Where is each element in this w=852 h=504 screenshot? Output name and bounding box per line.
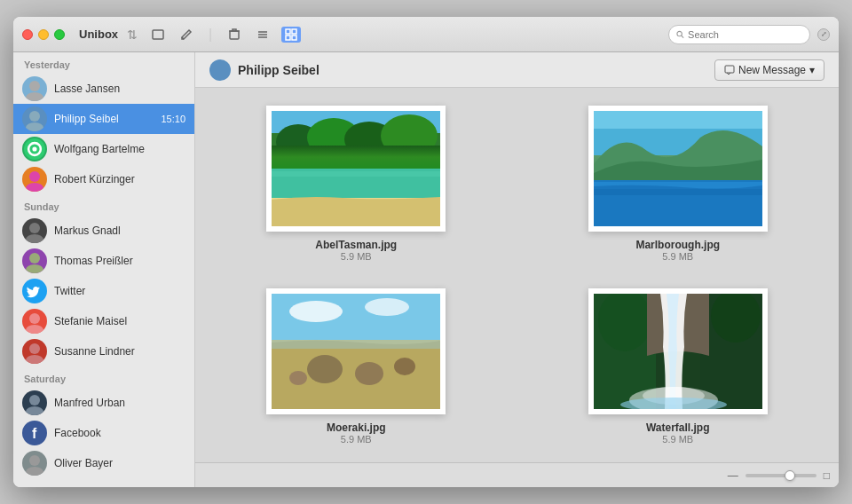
svg-point-28	[26, 355, 43, 364]
svg-point-27	[29, 343, 40, 354]
item-name-wolfgang: Wolfgang Bartelme	[54, 143, 185, 155]
svg-point-54	[307, 355, 343, 383]
new-message-label: New Message	[738, 64, 806, 76]
avatar-philipp	[22, 106, 47, 131]
sidebar-item-lasse[interactable]: Lasse Jansen	[13, 74, 194, 104]
svg-point-56	[394, 358, 415, 375]
sender-name: Philipp Seibel	[238, 63, 320, 77]
delete-icon[interactable]	[225, 27, 244, 43]
avatar-stefanie	[22, 309, 47, 334]
avatar-oliver	[22, 451, 47, 476]
item-name-twitter: Twitter	[54, 285, 185, 297]
edit-icon[interactable]	[177, 27, 196, 43]
content-area: Philipp Seibel New Message ▾	[195, 52, 839, 487]
zoom-slider[interactable]	[746, 474, 816, 477]
section-saturday: Saturday	[13, 366, 194, 388]
list-view-icon[interactable]	[253, 27, 272, 43]
fullscreen-button[interactable]: ⤢	[817, 28, 830, 41]
photo-image-water	[594, 294, 762, 409]
titlebar: Unibox ⇅ |	[13, 17, 839, 52]
app-window: Unibox ⇅ |	[13, 17, 839, 487]
traffic-lights	[22, 29, 65, 40]
svg-point-11	[29, 81, 40, 91]
new-message-button[interactable]: New Message ▾	[714, 59, 824, 81]
slider-track	[746, 474, 816, 477]
svg-point-19	[26, 183, 43, 192]
photo-frame-water	[588, 288, 768, 414]
minimize-button[interactable]	[38, 29, 49, 40]
svg-point-14	[26, 122, 43, 131]
zoom-in-icon: □	[824, 469, 830, 482]
sidebar-item-oliver[interactable]: Oliver Bayer	[13, 448, 194, 478]
item-badge-philipp: 15:10	[161, 114, 185, 124]
photo-image-abel	[272, 111, 440, 226]
photo-name-marl: Marlborough.jpg	[635, 239, 720, 251]
photo-size-moer: 5.9 MB	[341, 434, 372, 445]
svg-point-18	[29, 171, 40, 182]
item-name-manfred: Manfred Urban	[54, 397, 185, 409]
sidebar-item-twitter[interactable]: Twitter	[13, 276, 194, 306]
sidebar-item-robert[interactable]: Robert Kürzinger	[13, 164, 194, 194]
svg-rect-6	[292, 29, 296, 34]
photo-item-marl[interactable]: Marlborough.jpg 5.9 MB	[535, 106, 822, 262]
svg-point-55	[355, 362, 383, 385]
svg-point-26	[26, 325, 43, 334]
grid-view-icon[interactable]	[281, 27, 301, 43]
main-content: Yesterday Lasse Jansen Philipp Seibel 15…	[13, 52, 839, 487]
section-yesterday: Yesterday	[13, 52, 194, 74]
compose-small-icon	[724, 65, 735, 75]
compose-icon[interactable]	[148, 27, 168, 43]
sidebar: Yesterday Lasse Jansen Philipp Seibel 15…	[13, 52, 195, 487]
photo-item-abel[interactable]: AbelTasman.jpg 5.9 MB	[213, 106, 500, 262]
close-button[interactable]	[22, 29, 33, 40]
item-name-lasse: Lasse Jansen	[54, 83, 178, 95]
sidebar-item-manfred[interactable]: Manfred Urban	[13, 388, 194, 418]
svg-point-30	[26, 406, 43, 415]
section-friday: Friday	[13, 478, 194, 487]
svg-point-34	[26, 467, 43, 476]
photo-frame-moer	[266, 288, 446, 414]
zoom-out-icon: —	[728, 469, 738, 482]
photo-image-marl	[594, 111, 762, 226]
photo-size-marl: 5.9 MB	[662, 251, 693, 262]
maximize-button[interactable]	[54, 29, 65, 40]
avatar-twitter	[22, 279, 47, 303]
photo-item-water[interactable]: Waterfall.jpg 5.9 MB	[535, 288, 822, 445]
avatar-manfred	[22, 390, 47, 415]
svg-point-42	[381, 114, 438, 157]
sidebar-item-stefanie[interactable]: Stefanie Maisel	[13, 306, 194, 336]
section-sunday: Sunday	[13, 194, 194, 216]
svg-rect-7	[286, 35, 290, 40]
item-name-stefanie: Stefanie Maisel	[54, 315, 185, 327]
avatar-susanne	[22, 339, 47, 364]
separator: |	[209, 27, 212, 43]
svg-point-22	[29, 253, 40, 264]
search-input[interactable]	[688, 29, 802, 40]
photo-size-abel: 5.9 MB	[341, 251, 372, 262]
search-bar[interactable]	[668, 25, 810, 44]
sidebar-item-markus[interactable]: Markus Gnadl	[13, 216, 194, 246]
sidebar-item-thomas[interactable]: Thomas Preißler	[13, 246, 194, 276]
item-name-philipp: Philipp Seibel	[54, 113, 154, 125]
sidebar-item-susanne[interactable]: Susanne Lindner	[13, 336, 194, 366]
slider-thumb[interactable]	[785, 470, 795, 481]
photo-frame-abel	[266, 106, 446, 232]
svg-rect-5	[286, 29, 290, 34]
photo-item-moer[interactable]: Moeraki.jpg 5.9 MB	[213, 288, 500, 445]
svg-point-51	[289, 301, 343, 322]
sidebar-item-facebook[interactable]: f Facebook	[13, 418, 194, 448]
item-name-robert: Robert Kürzinger	[54, 173, 185, 185]
sidebar-item-wolfgang[interactable]: Wolfgang Bartelme	[13, 134, 194, 164]
avatar-wolfgang	[22, 137, 47, 161]
svg-point-21	[26, 234, 43, 243]
svg-point-9	[677, 31, 682, 35]
svg-point-20	[29, 223, 40, 233]
new-message-arrow: ▾	[809, 64, 815, 76]
sidebar-item-philipp[interactable]: Philipp Seibel 15:10	[13, 104, 194, 134]
svg-text:f: f	[32, 426, 37, 441]
toolbar-icons: |	[148, 27, 301, 43]
arrows-icon[interactable]: ⇅	[127, 28, 138, 42]
photo-image-moer	[272, 294, 440, 409]
item-name-thomas: Thomas Preißler	[54, 255, 185, 267]
photo-size-water: 5.9 MB	[662, 434, 693, 445]
